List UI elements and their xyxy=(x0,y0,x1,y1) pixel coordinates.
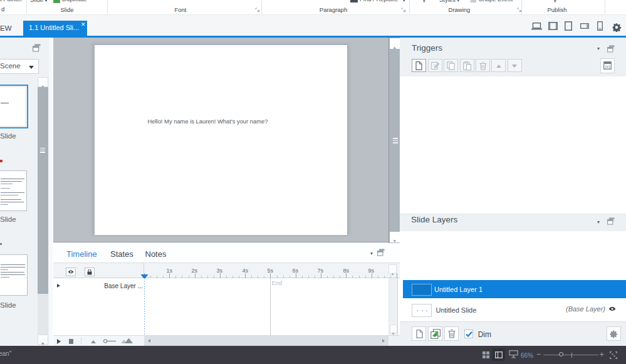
svg-text:(x): (x) xyxy=(605,65,610,70)
